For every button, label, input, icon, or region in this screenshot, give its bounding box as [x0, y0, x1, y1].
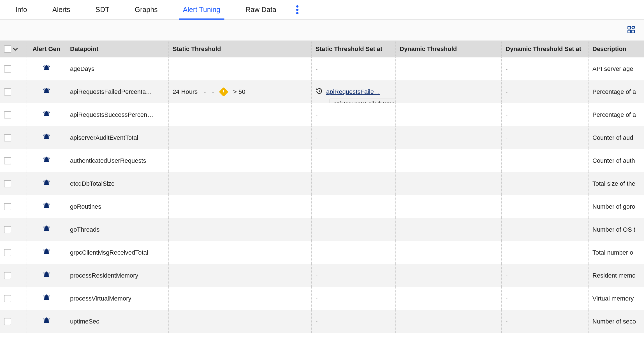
bell-icon[interactable]: [43, 133, 50, 143]
row-checkbox-cell: [0, 264, 27, 287]
datapoint-name: ageDays: [70, 65, 94, 73]
dynamic-set-at-cell: -: [502, 126, 589, 149]
bell-icon[interactable]: [43, 179, 50, 189]
dynamic-set-at-cell: -: [502, 287, 589, 310]
dynamic-threshold-cell: [396, 126, 502, 149]
set-at-link[interactable]: apiRequestsFaile…: [326, 88, 380, 96]
alert-gen-cell: [27, 80, 66, 103]
row-checkbox[interactable]: [4, 318, 11, 325]
svg-point-2: [296, 12, 298, 14]
alert-gen-cell: [27, 172, 66, 195]
dynamic-threshold-cell: [396, 218, 502, 241]
row-checkbox[interactable]: [4, 295, 11, 302]
row-checkbox-cell: [0, 218, 27, 241]
tab-alerts[interactable]: Alerts: [40, 0, 83, 20]
dynamic-threshold-cell: [396, 241, 502, 264]
dynamic-set-at-cell: -: [502, 264, 589, 287]
row-checkbox[interactable]: [4, 88, 11, 96]
select-all-checkbox[interactable]: [4, 45, 11, 53]
datapoint-cell: apiRequestsSuccessPercen…: [66, 103, 169, 126]
tab-alert-tuning[interactable]: Alert Tuning: [170, 0, 233, 20]
dash-value: -: [506, 203, 508, 210]
customize-columns-icon[interactable]: [627, 25, 636, 35]
row-checkbox-cell: [0, 103, 27, 126]
static-threshold-cell: [169, 172, 312, 195]
bell-icon[interactable]: [43, 156, 50, 166]
dynamic-set-at-cell: -: [502, 310, 589, 333]
description-text: Resident memo: [592, 272, 636, 279]
row-checkbox-cell: [0, 310, 27, 333]
table-row[interactable]: uptimeSec--Number of seco: [0, 310, 644, 333]
table-row[interactable]: etcdDbTotalSize--Total size of the: [0, 172, 644, 195]
description-text: Number of goro: [592, 203, 635, 210]
table-header-row: Alert Gen Datapoint Static Threshold Sta…: [0, 41, 644, 57]
table-row[interactable]: authenticatedUserRequests--Counter of au…: [0, 149, 644, 172]
dash-value: -: [506, 157, 508, 164]
history-icon[interactable]: [316, 87, 323, 96]
bell-icon[interactable]: [43, 110, 50, 120]
row-checkbox[interactable]: [4, 203, 11, 210]
datapoint-name: authenticatedUserRequests: [70, 157, 146, 164]
header-static-threshold[interactable]: Static Threshold: [169, 41, 312, 57]
dash-value: -: [506, 226, 508, 233]
svg-rect-3: [628, 26, 631, 29]
svg-point-0: [296, 5, 298, 8]
datapoint-name: goThreads: [70, 226, 99, 233]
static-set-at-cell: -: [312, 172, 396, 195]
row-checkbox-cell: [0, 241, 27, 264]
description-cell: Total size of the: [589, 172, 644, 195]
description-text: Total number o: [592, 249, 633, 256]
static-threshold-cell: [169, 126, 312, 149]
bell-icon[interactable]: [43, 248, 50, 257]
row-checkbox[interactable]: [4, 157, 11, 164]
tab-graphs[interactable]: Graphs: [122, 0, 170, 20]
row-checkbox[interactable]: [4, 111, 11, 118]
bell-icon[interactable]: [43, 271, 50, 280]
table-row[interactable]: goRoutines--Number of goro: [0, 195, 644, 218]
select-dropdown-icon[interactable]: [13, 45, 18, 53]
description-cell: Virtual memory: [589, 287, 644, 310]
dash: -: [212, 88, 214, 96]
bell-icon[interactable]: [43, 202, 50, 211]
table-row[interactable]: processVirtualMemory--Virtual memory: [0, 287, 644, 310]
dynamic-set-at-cell: -: [502, 218, 589, 241]
header-static-set-at[interactable]: Static Threshold Set at: [312, 41, 396, 57]
static-set-at-cell: -: [312, 241, 396, 264]
row-checkbox[interactable]: [4, 226, 11, 233]
header-dynamic-threshold[interactable]: Dynamic Threshold: [396, 41, 502, 57]
table-row[interactable]: grpcClientMsgReceivedTotal--Total number…: [0, 241, 644, 264]
dynamic-threshold-cell: [396, 103, 502, 126]
table-row[interactable]: processResidentMemory--Resident memo: [0, 264, 644, 287]
header-alert-gen[interactable]: Alert Gen: [27, 41, 66, 57]
header-description[interactable]: Description: [589, 41, 644, 57]
bell-icon[interactable]: [43, 294, 50, 303]
tab-info[interactable]: Info: [3, 0, 40, 20]
row-checkbox[interactable]: [4, 180, 11, 187]
bell-icon[interactable]: [43, 317, 50, 326]
static-threshold-cell: [169, 195, 312, 218]
description-cell: Percentage of a: [589, 103, 644, 126]
row-checkbox[interactable]: [4, 65, 11, 73]
bell-icon[interactable]: [43, 64, 50, 74]
header-dynamic-set-at[interactable]: Dynamic Threshold Set at: [502, 41, 589, 57]
table-row[interactable]: apiserverAuditEventTotal--Counter of aud: [0, 126, 644, 149]
row-checkbox[interactable]: [4, 134, 11, 141]
table-row[interactable]: apiRequestsFailedPercenta…24 Hours--!> 5…: [0, 80, 644, 103]
row-checkbox-cell: [0, 80, 27, 103]
datapoint-cell: grpcClientMsgReceivedTotal: [66, 241, 169, 264]
static-set-at-cell: -: [312, 57, 396, 80]
dynamic-set-at-cell: -: [502, 241, 589, 264]
datapoint-name: processVirtualMemory: [70, 295, 131, 302]
table-row[interactable]: ageDays--API server age: [0, 57, 644, 80]
table-row[interactable]: apiRequestsSuccessPercen…--Percentage of…: [0, 103, 644, 126]
tab-sdt[interactable]: SDT: [83, 0, 122, 20]
more-vertical-icon[interactable]: [296, 5, 299, 14]
svg-point-6: [632, 26, 634, 29]
table-row[interactable]: goThreads--Number of OS t: [0, 218, 644, 241]
bell-icon[interactable]: [43, 225, 50, 234]
row-checkbox[interactable]: [4, 249, 11, 256]
header-datapoint[interactable]: Datapoint: [66, 41, 169, 57]
bell-icon[interactable]: [43, 87, 50, 97]
row-checkbox[interactable]: [4, 272, 11, 279]
tab-raw-data[interactable]: Raw Data: [233, 0, 289, 20]
